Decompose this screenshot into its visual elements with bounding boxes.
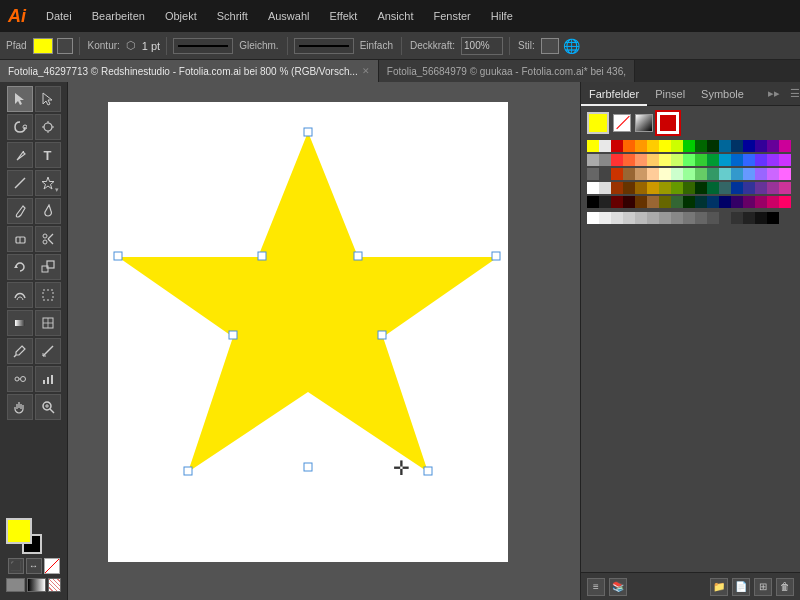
swatch-cell[interactable] [623, 182, 635, 194]
menu-schrift[interactable]: Schrift [213, 8, 252, 24]
none-color-icon[interactable] [44, 558, 60, 574]
swatch-cell[interactable] [671, 154, 683, 166]
selection-tool[interactable] [7, 86, 33, 112]
swatch-cell[interactable] [611, 182, 623, 194]
swatch-cell[interactable] [599, 140, 611, 152]
swatch-cell[interactable] [611, 168, 623, 180]
swatch-cell[interactable] [755, 140, 767, 152]
swatch-cell[interactable] [587, 196, 599, 208]
swatch-cell[interactable] [587, 182, 599, 194]
swatch-cell[interactable] [779, 196, 791, 208]
swatch-cell[interactable] [707, 182, 719, 194]
pen-tool[interactable] [7, 142, 33, 168]
swatch-cell[interactable] [755, 182, 767, 194]
lasso-tool[interactable] [7, 114, 33, 140]
gray-swatch-cell[interactable] [611, 212, 623, 224]
swatch-cell[interactable] [647, 154, 659, 166]
swatch-libraries-btn[interactable]: 📚 [609, 578, 627, 596]
stroke-style[interactable] [173, 38, 233, 54]
solid-color-icon[interactable] [6, 578, 25, 592]
swatch-cell[interactable] [767, 140, 779, 152]
gray-swatch-cell[interactable] [635, 212, 647, 224]
gradient-swatch-icon[interactable] [635, 114, 653, 132]
swatch-cell[interactable] [767, 182, 779, 194]
blend-tool[interactable] [7, 366, 33, 392]
menu-hilfe[interactable]: Hilfe [487, 8, 517, 24]
swatch-cell[interactable] [695, 182, 707, 194]
default-colors-icon[interactable]: ⬛ [8, 558, 24, 574]
line-tool[interactable] [7, 170, 33, 196]
swatch-cell[interactable] [719, 182, 731, 194]
scissors-tool[interactable] [35, 226, 61, 252]
swatch-cell[interactable] [731, 140, 743, 152]
tab-symbole[interactable]: Symbole [693, 82, 752, 106]
swatch-cell[interactable] [587, 140, 599, 152]
swatch-cell[interactable] [719, 196, 731, 208]
swatch-cell[interactable] [779, 154, 791, 166]
tab-1-close[interactable]: ✕ [362, 66, 370, 76]
menu-effekt[interactable]: Effekt [325, 8, 361, 24]
blob-brush-tool[interactable] [35, 198, 61, 224]
gray-swatch-cell[interactable] [683, 212, 695, 224]
swatch-cell[interactable] [659, 196, 671, 208]
rotate-tool[interactable] [7, 254, 33, 280]
swatch-cell[interactable] [635, 196, 647, 208]
swatch-cell[interactable] [683, 168, 695, 180]
gray-swatch-cell[interactable] [647, 212, 659, 224]
swatch-cell[interactable] [767, 168, 779, 180]
swatch-cell[interactable] [623, 154, 635, 166]
swatch-cell[interactable] [647, 182, 659, 194]
scale-tool[interactable] [35, 254, 61, 280]
magic-wand-tool[interactable] [35, 114, 61, 140]
swatch-cell[interactable] [611, 196, 623, 208]
swatch-cell[interactable] [719, 168, 731, 180]
swatch-cell[interactable] [731, 182, 743, 194]
menu-datei[interactable]: Datei [42, 8, 76, 24]
gray-swatch-cell[interactable] [623, 212, 635, 224]
swatch-cell[interactable] [695, 154, 707, 166]
menu-auswahl[interactable]: Auswahl [264, 8, 314, 24]
gray-swatch-cell[interactable] [695, 212, 707, 224]
menu-fenster[interactable]: Fenster [429, 8, 474, 24]
swatch-cell[interactable] [695, 168, 707, 180]
swatch-cell[interactable] [611, 154, 623, 166]
warp-tool[interactable] [7, 282, 33, 308]
swatch-cell[interactable] [635, 182, 647, 194]
gray-swatch-cell[interactable] [767, 212, 779, 224]
type-tool[interactable]: T [35, 142, 61, 168]
new-swatch-btn[interactable]: 📄 [732, 578, 750, 596]
swatch-cell[interactable] [779, 182, 791, 194]
new-color-group-btn[interactable]: 📁 [710, 578, 728, 596]
delete-swatch-btn[interactable]: 🗑 [776, 578, 794, 596]
swatch-cell[interactable] [623, 168, 635, 180]
swatch-cell[interactable] [647, 168, 659, 180]
swatch-cell[interactable] [671, 168, 683, 180]
tab-2[interactable]: Fotolia_56684979 © guukaa - Fotolia.com.… [379, 60, 635, 82]
swatch-cell[interactable] [635, 168, 647, 180]
swatch-cell[interactable] [695, 196, 707, 208]
chart-tool[interactable] [35, 366, 61, 392]
measure-tool[interactable] [35, 338, 61, 364]
swatch-cell[interactable] [719, 154, 731, 166]
gray-swatch-cell[interactable] [587, 212, 599, 224]
gradient-tool[interactable] [7, 310, 33, 336]
swatch-cell[interactable] [599, 196, 611, 208]
swatch-cell[interactable] [671, 182, 683, 194]
menu-bearbeiten[interactable]: Bearbeiten [88, 8, 149, 24]
swatch-cell[interactable] [743, 168, 755, 180]
swatch-cell[interactable] [683, 196, 695, 208]
show-all-swatches-btn[interactable]: ≡ [587, 578, 605, 596]
tab-1[interactable]: Fotolia_46297713 © Redshinestudio - Foto… [0, 60, 379, 82]
swatch-cell[interactable] [743, 196, 755, 208]
swatch-cell[interactable] [707, 168, 719, 180]
tab-pinsel[interactable]: Pinsel [647, 82, 693, 106]
style-swatch[interactable] [541, 38, 559, 54]
swatch-cell[interactable] [731, 154, 743, 166]
swatch-cell[interactable] [683, 140, 695, 152]
menu-objekt[interactable]: Objekt [161, 8, 201, 24]
swatch-cell[interactable] [659, 168, 671, 180]
direct-selection-tool[interactable] [35, 86, 61, 112]
swatch-cell[interactable] [635, 140, 647, 152]
swatch-cell[interactable] [659, 140, 671, 152]
opacity-input[interactable] [461, 37, 503, 55]
